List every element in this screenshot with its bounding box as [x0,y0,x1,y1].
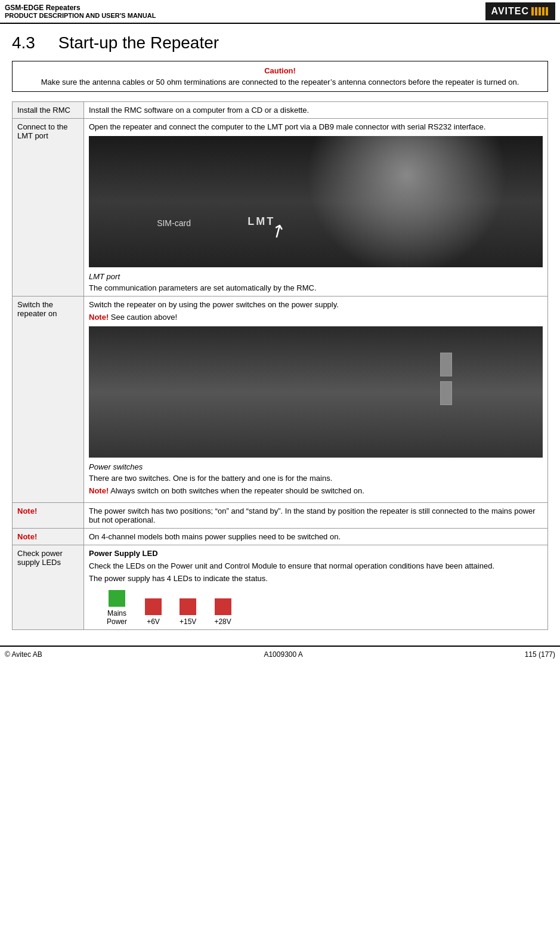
svg-rect-3 [215,598,231,615]
section-heading: Start-up the Repeater [58,33,219,52]
row-content-note1: The power switch has two positions; “on”… [84,503,548,529]
led-container: MainsPower +6V +15V [89,590,543,626]
row-content-switch-on: Switch the repeater on by using the powe… [84,297,548,503]
led-icon-15v [180,598,196,615]
switch-note2: Note! Always switch on both switches whe… [89,486,543,495]
row-label-note1: Note! [13,503,84,529]
caution-text: Make sure the antenna cables or 50 ohm t… [24,78,536,87]
sim-card-label: SIM-card [157,218,191,228]
row-label-check-leds: Check power supply LEDs [13,545,84,630]
section-title: 4.3 Start-up the Repeater [12,33,548,53]
footer-copyright: © Avitec AB [5,650,42,659]
row-content-install-rmc: Install the RMC software on a computer f… [84,102,548,119]
row-content-lmt-port: Open the repeater and connect the comput… [84,119,548,297]
led-icon-mains [109,590,125,607]
table-row: Check power supply LEDs Power Supply LED… [13,545,548,630]
led-label-28v: +28V [214,617,231,626]
led-check-text2: The power supply has 4 LEDs to indicate … [89,574,543,583]
section-number: 4.3 [12,33,35,52]
lmt-port-image: SIM-card LMT ↗ [89,136,543,267]
switch-note2-text: Always switch on both switches when the … [110,486,364,495]
table-row: Note! The power switch has two positions… [13,503,548,529]
svg-rect-1 [145,598,162,615]
svg-rect-2 [180,598,196,615]
footer-doc-number: A1009300 A [264,650,302,659]
logo-stripe-icon [531,7,549,16]
two-switches-text: There are two switches. One is for the b… [89,474,543,483]
note-red-label-2: Note! [89,486,109,495]
switch-intro-text: Switch the repeater on by using the powe… [89,300,543,309]
table-row: Install the RMC Install the RMC software… [13,102,548,119]
led-label-mains: MainsPower [107,609,127,626]
led-item-mains: MainsPower [107,590,127,626]
row-content-note2: On 4-channel models both mains power sup… [84,529,548,545]
power-switches-image [89,326,543,458]
page-header: GSM-EDGE Repeaters PRODUCT DESCRIPTION A… [0,0,560,24]
lmt-image-inner: SIM-card LMT ↗ [89,136,543,267]
switch-box-1 [440,353,452,376]
header-left: GSM-EDGE Repeaters PRODUCT DESCRIPTION A… [5,4,156,19]
table-row: Switch the repeater on Switch the repeat… [13,297,548,503]
lmt-intro-text: Open the repeater and connect the comput… [89,122,543,131]
lmt-comm-text: The communication parameters are set aut… [89,283,543,292]
page-footer: © Avitec AB A1009300 A 115 (177) [0,646,560,662]
switch-note1-text: See caution above! [111,313,177,322]
led-item-28v: +28V [214,598,231,626]
led-label-6v: +6V [147,617,160,626]
page-content: 4.3 Start-up the Repeater Caution! Make … [0,24,560,640]
row-content-check-leds: Power Supply LED Check the LEDs on the P… [84,545,548,630]
table-row: Connect to the LMT port Open the repeate… [13,119,548,297]
logo-text: AVITEC [491,6,529,17]
lmt-caption: LMT port [89,272,543,281]
svg-rect-0 [109,590,125,607]
table-row: Note! On 4-channel models both mains pow… [13,529,548,545]
note-red-label-1: Note! [89,313,109,322]
logo-box: AVITEC [485,2,555,20]
led-label-15v: +15V [180,617,196,626]
led-check-text1: Check the LEDs on the Power unit and Con… [89,561,543,570]
row-label-switch-on: Switch the repeater on [13,297,84,503]
led-icon-28v [215,598,231,615]
power-switch-sim [440,353,452,405]
caution-title: Caution! [24,66,536,75]
power-image-inner [89,326,543,458]
led-item-15v: +15V [180,598,196,626]
header-title: GSM-EDGE Repeaters [5,4,156,12]
footer-page: 115 (177) [525,650,555,659]
switch-box-2 [440,381,452,405]
caution-box: Caution! Make sure the antenna cables or… [12,61,548,92]
row-label-note2: Note! [13,529,84,545]
row-label-install-rmc: Install the RMC [13,102,84,119]
led-icon-6v [145,598,162,615]
led-item-6v: +6V [145,598,162,626]
main-content-table: Install the RMC Install the RMC software… [12,101,548,630]
header-subtitle: PRODUCT DESCRIPTION AND USER'S MANUAL [5,12,156,19]
power-supply-led-heading: Power Supply LED [89,549,543,558]
power-caption: Power switches [89,462,543,471]
switch-note1: Note! See caution above! [89,313,543,322]
row-label-lmt-port: Connect to the LMT port [13,119,84,297]
